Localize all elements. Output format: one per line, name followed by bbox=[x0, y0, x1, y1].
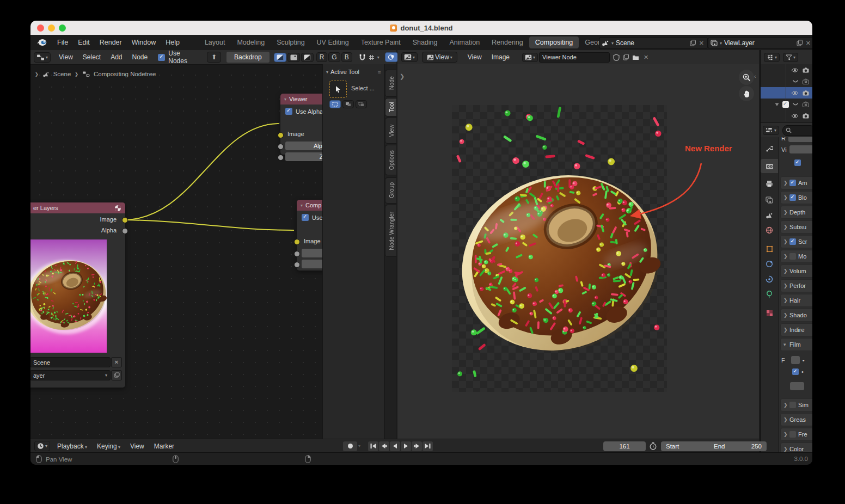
go-to-parent-button[interactable]: ⬆ bbox=[207, 52, 221, 63]
image-datablock-icon-button[interactable]: ▾ bbox=[522, 53, 538, 62]
use-nodes-checkbox[interactable] bbox=[158, 54, 165, 61]
image-menu-image[interactable]: Image bbox=[487, 52, 515, 63]
z-input-socket[interactable] bbox=[294, 262, 300, 268]
render-layer-button[interactable] bbox=[111, 370, 122, 380]
panel-blo[interactable]: ❯Blo bbox=[780, 191, 812, 204]
image-input-socket[interactable] bbox=[294, 239, 300, 245]
camera-icon[interactable] bbox=[802, 90, 810, 96]
properties-tab-tool-icon[interactable] bbox=[761, 142, 778, 156]
collapse-icon[interactable] bbox=[792, 79, 799, 84]
properties-tab-output-icon[interactable] bbox=[761, 176, 778, 190]
panel-shado[interactable]: ❯Shado bbox=[780, 309, 812, 322]
chevron-down-icon[interactable]: ▾ bbox=[358, 444, 360, 448]
timeline-editor-type-button[interactable]: ▾ bbox=[34, 441, 50, 451]
editor-type-button[interactable]: ▾ bbox=[401, 52, 418, 62]
panel-depth[interactable]: ❯Depth bbox=[780, 206, 812, 219]
use-alpha-checkbox[interactable] bbox=[302, 214, 309, 221]
workspace-tab-rendering[interactable]: Rendering bbox=[486, 36, 529, 48]
image-input-socket[interactable] bbox=[278, 132, 284, 138]
properties-tab-physics-icon[interactable] bbox=[761, 257, 778, 271]
jump-end-button[interactable] bbox=[422, 441, 433, 451]
chevron-down-icon[interactable]: ▾ bbox=[377, 55, 379, 60]
render-layers-node[interactable]: er Layers Image Alpha Scene ✕ bbox=[30, 202, 125, 388]
overscan-field[interactable] bbox=[790, 382, 804, 390]
alpha-output-socket[interactable] bbox=[122, 228, 128, 234]
channels-alpha-button[interactable] bbox=[301, 53, 314, 62]
unlink-scene-icon[interactable]: ✕ bbox=[698, 40, 705, 47]
chevron-right-icon[interactable]: ❯ bbox=[400, 73, 405, 80]
play-button[interactable] bbox=[401, 441, 411, 451]
panel-film[interactable]: ▾Film bbox=[780, 338, 812, 351]
node-menu-node[interactable]: Node bbox=[127, 52, 153, 63]
timeline-menu-keying[interactable]: Keying ▾ bbox=[92, 441, 125, 452]
collapse-node-icon[interactable]: ▾ bbox=[301, 203, 303, 208]
panel-am[interactable]: ❯Am bbox=[780, 176, 812, 189]
outliner-row[interactable] bbox=[761, 87, 812, 99]
properties-tab-world-icon[interactable] bbox=[761, 223, 778, 237]
menu-render[interactable]: Render bbox=[95, 37, 127, 48]
z-input-socket[interactable] bbox=[278, 155, 284, 161]
workspace-tab-texture-paint[interactable]: Texture Paint bbox=[355, 36, 407, 48]
panel-checkbox[interactable] bbox=[789, 402, 796, 408]
eye-icon[interactable] bbox=[791, 67, 799, 73]
viewlayer-name[interactable]: ViewLayer bbox=[724, 39, 794, 47]
panel-greas[interactable]: ❯Greas bbox=[780, 413, 812, 426]
channels-color-button[interactable] bbox=[287, 53, 300, 62]
panel-hair[interactable]: ❯Hair bbox=[780, 294, 812, 307]
image-viewport[interactable]: ❯ New Render ‹ bbox=[397, 64, 759, 439]
workspace-tab-sculpting[interactable]: Sculpting bbox=[271, 36, 310, 48]
panel-perfor[interactable]: ❯Perfor bbox=[780, 279, 812, 292]
workspace-tab-layout[interactable]: Layout bbox=[199, 36, 231, 48]
panel-mo[interactable]: ❯Mo bbox=[780, 250, 812, 263]
timeline-menu-view[interactable]: View bbox=[125, 441, 149, 452]
image-mode-dropdown[interactable]: View ▾ bbox=[422, 52, 457, 63]
menu-edit[interactable]: Edit bbox=[73, 37, 95, 48]
scene-name[interactable]: Scene bbox=[616, 39, 688, 47]
filter-size-field[interactable] bbox=[791, 356, 800, 364]
eye-icon[interactable] bbox=[791, 113, 799, 119]
alpha-input-socket[interactable] bbox=[278, 144, 284, 150]
eye-icon[interactable] bbox=[791, 90, 799, 96]
play-reverse-button[interactable] bbox=[390, 441, 400, 451]
channels-color-alpha-button[interactable] bbox=[274, 53, 286, 62]
image-name-field[interactable]: Viewer Node bbox=[539, 52, 610, 63]
panel-scr[interactable]: ❯Scr bbox=[780, 235, 812, 248]
select-mode-extend-button[interactable] bbox=[342, 100, 354, 108]
animate-dot-icon[interactable]: • bbox=[801, 368, 804, 375]
unlink-viewlayer-icon[interactable]: ✕ bbox=[805, 40, 812, 47]
node-canvas[interactable]: ❯ Scene ❯ Compositing Nodetree er Layers… bbox=[30, 64, 396, 439]
workspace-tab-animation[interactable]: Animation bbox=[444, 36, 486, 48]
fake-user-shield-icon[interactable] bbox=[613, 54, 620, 61]
workspace-tab-compositing[interactable]: Compositing bbox=[529, 36, 579, 48]
panel-volum[interactable]: ❯Volum bbox=[780, 265, 812, 278]
channel-r-toggle[interactable]: R bbox=[316, 52, 328, 62]
use-nodes-toggle[interactable]: Use Nodes bbox=[158, 50, 187, 65]
snap-target-icon[interactable] bbox=[368, 54, 375, 61]
panel-color[interactable]: ❯Color bbox=[780, 442, 812, 452]
outliner-display-mode[interactable]: ▾ bbox=[764, 53, 780, 62]
properties-tab-object-data-icon[interactable] bbox=[761, 287, 778, 302]
panel-sim[interactable]: ❯Sim bbox=[780, 398, 812, 411]
menu-file[interactable]: File bbox=[52, 37, 73, 48]
sidebar-tab-group[interactable]: Group bbox=[385, 177, 396, 204]
sidebar-tab-tool[interactable]: Tool bbox=[385, 98, 396, 116]
sidebar-tab-options[interactable]: Options bbox=[385, 145, 396, 175]
scene-selector[interactable]: ▾ Scene ✕ bbox=[599, 37, 708, 49]
viewer-use-alpha[interactable]: Use Alpha bbox=[285, 108, 323, 115]
viewlayer-selector[interactable]: ▾ ViewLayer ✕ bbox=[708, 37, 812, 49]
new-copy-icon[interactable] bbox=[690, 40, 696, 46]
view-layer-field[interactable]: ayer ▾ bbox=[30, 370, 111, 380]
properties-editor-type[interactable]: ▾ bbox=[763, 126, 779, 135]
current-frame-field[interactable]: 161 bbox=[603, 441, 646, 451]
pan-button[interactable] bbox=[739, 86, 754, 101]
menu-window[interactable]: Window bbox=[127, 37, 161, 48]
prev-keyframe-button[interactable] bbox=[379, 441, 389, 451]
camera-icon[interactable] bbox=[802, 67, 810, 73]
collapse-node-icon[interactable]: ▾ bbox=[284, 97, 286, 102]
image-menu-view[interactable]: View bbox=[463, 52, 487, 63]
panel-grip-icon[interactable]: ≣ bbox=[377, 70, 382, 75]
node-menu-select[interactable]: Select bbox=[78, 52, 106, 63]
outliner-row[interactable] bbox=[761, 76, 812, 87]
camera-disabled-icon[interactable] bbox=[802, 78, 810, 85]
timeline-menu-playback[interactable]: Playback ▾ bbox=[52, 441, 92, 452]
